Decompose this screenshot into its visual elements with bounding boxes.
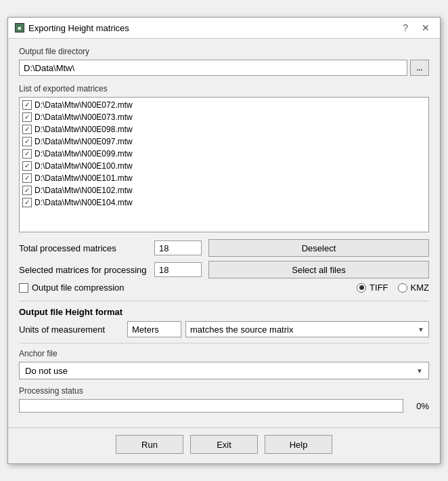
- tiff-label: TIFF: [369, 283, 388, 293]
- compression-checkbox[interactable]: [19, 283, 28, 293]
- list-item[interactable]: D:\Data\Mtw\N00E104.mtw: [20, 196, 428, 209]
- source-matrix-dropdown[interactable]: matches the source matrix ▼: [185, 321, 429, 337]
- dropdown-arrow-icon: ▼: [418, 326, 424, 333]
- list-item-checkbox[interactable]: [22, 173, 32, 183]
- dialog-icon: ■: [15, 23, 24, 33]
- total-matrices-row: Total processed matrices Deselect: [19, 239, 429, 257]
- deselect-button[interactable]: Deselect: [208, 239, 429, 257]
- list-item-text: D:\Data\Mtw\N00E072.mtw: [35, 100, 133, 110]
- divider-2: [19, 343, 429, 343]
- title-bar-left: ■ Exporting Height matrices: [15, 23, 129, 33]
- list-item[interactable]: D:\Data\Mtw\N00E072.mtw: [20, 99, 428, 111]
- list-item[interactable]: D:\Data\Mtw\N00E073.mtw: [20, 111, 428, 123]
- kmz-label: KMZ: [411, 283, 429, 293]
- list-item-checkbox[interactable]: [22, 112, 32, 122]
- help-button[interactable]: ?: [399, 22, 411, 34]
- select-all-button[interactable]: Select all files: [208, 261, 429, 278]
- list-item[interactable]: D:\Data\Mtw\N00E100.mtw: [20, 160, 428, 172]
- exit-button[interactable]: Exit: [190, 435, 258, 454]
- list-section: List of exported matrices D:\Data\Mtw\N0…: [19, 84, 429, 232]
- output-dir-label: Output file directory: [19, 47, 429, 56]
- list-item-text: D:\Data\Mtw\N00E073.mtw: [35, 112, 133, 122]
- total-matrices-value: [154, 240, 202, 255]
- list-item[interactable]: D:\Data\Mtw\N00E102.mtw: [20, 184, 428, 196]
- matrices-listbox[interactable]: D:\Data\Mtw\N00E072.mtw D:\Data\Mtw\N00E…: [19, 97, 429, 232]
- list-item-checkbox[interactable]: [22, 149, 32, 159]
- anchor-dropdown-arrow-icon: ▼: [416, 367, 423, 375]
- list-item-text: D:\Data\Mtw\N00E101.mtw: [35, 173, 133, 183]
- selected-matrices-label: Selected matrices for processing: [19, 265, 154, 275]
- title-bar-controls: ? ✕: [399, 22, 433, 34]
- dialog-content: Output file directory ... List of export…: [8, 39, 440, 427]
- list-item-checkbox[interactable]: [22, 161, 32, 171]
- kmz-radio-wrap[interactable]: KMZ: [398, 283, 429, 293]
- total-matrices-label: Total processed matrices: [19, 243, 154, 253]
- title-bar: ■ Exporting Height matrices ? ✕: [8, 18, 440, 39]
- units-input: [127, 321, 181, 337]
- list-section-label: List of exported matrices: [19, 84, 429, 93]
- dialog-title: Exporting Height matrices: [28, 23, 129, 33]
- tiff-radio[interactable]: [357, 283, 366, 293]
- tiff-radio-wrap[interactable]: TIFF: [357, 283, 388, 293]
- close-button[interactable]: ✕: [418, 22, 433, 34]
- output-dir-input[interactable]: [19, 60, 407, 76]
- list-item-text: D:\Data\Mtw\N00E102.mtw: [35, 186, 133, 195]
- help-footer-button[interactable]: Help: [265, 435, 332, 454]
- anchor-dropdown[interactable]: Do not use ▼: [19, 362, 429, 379]
- browse-button[interactable]: ...: [410, 60, 429, 76]
- progress-percent: 0%: [409, 401, 429, 411]
- compression-checkbox-wrap[interactable]: Output file compression: [19, 283, 125, 293]
- height-format-title: Output file Height format: [19, 307, 429, 317]
- run-button[interactable]: Run: [116, 435, 183, 454]
- list-item-text: D:\Data\Mtw\N00E104.mtw: [35, 198, 133, 207]
- list-item-checkbox[interactable]: [22, 137, 32, 146]
- footer-row: Run Exit Help: [8, 427, 440, 463]
- processing-label: Processing status: [19, 386, 429, 396]
- units-row: Units of measurement matches the source …: [19, 321, 429, 337]
- list-item-text: D:\Data\Mtw\N00E097.mtw: [35, 137, 133, 146]
- list-item-checkbox[interactable]: [22, 125, 32, 134]
- anchor-value: Do not use: [25, 366, 68, 376]
- selected-matrices-row: Selected matrices for processing Select …: [19, 261, 429, 278]
- processing-section: Processing status 0%: [19, 386, 429, 413]
- list-item-checkbox[interactable]: [22, 186, 32, 195]
- list-item[interactable]: D:\Data\Mtw\N00E101.mtw: [20, 172, 428, 184]
- source-matrix-value: matches the source matrix: [190, 325, 293, 335]
- compression-label: Output file compression: [32, 283, 125, 293]
- output-dir-row: ...: [19, 60, 429, 76]
- kmz-radio[interactable]: [398, 283, 407, 293]
- dialog-container: ■ Exporting Height matrices ? ✕ Output f…: [7, 17, 441, 464]
- list-item-text: D:\Data\Mtw\N00E098.mtw: [35, 125, 133, 134]
- progress-row: 0%: [19, 399, 429, 413]
- list-item-text: D:\Data\Mtw\N00E100.mtw: [35, 161, 133, 171]
- divider-1: [19, 301, 429, 301]
- list-item[interactable]: D:\Data\Mtw\N00E097.mtw: [20, 135, 428, 148]
- list-item-checkbox[interactable]: [22, 100, 32, 110]
- list-item[interactable]: D:\Data\Mtw\N00E098.mtw: [20, 123, 428, 135]
- units-label: Units of measurement: [19, 325, 127, 335]
- progress-bar: [19, 399, 403, 413]
- anchor-label: Anchor file: [19, 349, 429, 358]
- list-item-checkbox[interactable]: [22, 198, 32, 207]
- list-item[interactable]: D:\Data\Mtw\N00E099.mtw: [20, 148, 428, 160]
- options-row: Output file compression TIFF KMZ: [19, 283, 429, 293]
- selected-matrices-value: [154, 262, 202, 277]
- format-radio-group: TIFF KMZ: [357, 283, 429, 293]
- list-item-text: D:\Data\Mtw\N00E099.mtw: [35, 149, 133, 159]
